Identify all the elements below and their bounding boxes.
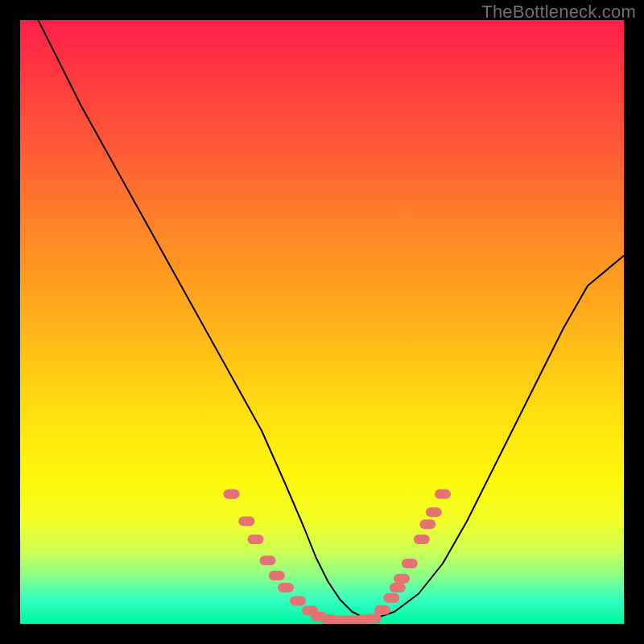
svg-rect-19 — [402, 559, 418, 568]
chart-svg — [20, 20, 624, 624]
plot-area — [20, 20, 624, 624]
svg-rect-3 — [260, 555, 276, 565]
highlight-dots — [224, 489, 452, 624]
svg-rect-1 — [238, 517, 254, 526]
svg-rect-2 — [248, 535, 264, 544]
svg-rect-6 — [290, 597, 306, 606]
chart-frame: TheBottleneck.com — [0, 0, 644, 644]
svg-rect-0 — [224, 489, 240, 499]
bottleneck-curve — [39, 20, 625, 618]
svg-rect-17 — [390, 583, 406, 592]
svg-rect-15 — [374, 605, 390, 615]
svg-rect-14 — [365, 613, 382, 623]
svg-rect-21 — [419, 519, 436, 529]
svg-rect-16 — [383, 593, 399, 603]
svg-rect-18 — [394, 574, 410, 584]
svg-rect-23 — [435, 489, 451, 499]
svg-rect-20 — [414, 535, 430, 544]
svg-rect-4 — [269, 571, 285, 580]
svg-rect-5 — [278, 583, 294, 592]
watermark-text: TheBottleneck.com — [481, 2, 636, 23]
svg-rect-22 — [426, 507, 442, 517]
